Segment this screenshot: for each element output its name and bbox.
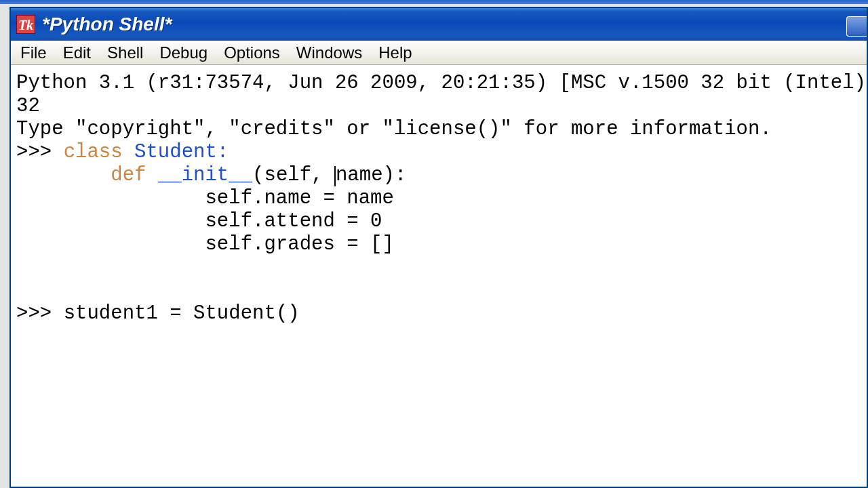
indent — [16, 164, 111, 186]
minimize-button[interactable] — [846, 16, 867, 37]
banner-line-3: Type "copyright", "credits" or "license(… — [16, 118, 772, 140]
menu-edit[interactable]: Edit — [55, 41, 99, 64]
class-name: Student: — [123, 141, 229, 163]
indent — [16, 233, 205, 256]
prompt-1: >>> — [16, 141, 64, 163]
app-icon: Tk — [16, 15, 35, 34]
body-line-3: self.grades = [] — [205, 233, 393, 256]
menu-debug[interactable]: Debug — [151, 41, 216, 64]
shell-text-area[interactable]: Python 3.1 (r31:73574, Jun 26 2009, 20:2… — [11, 65, 867, 487]
menu-file[interactable]: File — [12, 41, 55, 64]
idle-window: Tk *Python Shell* File Edit Shell Debug … — [9, 7, 868, 488]
menu-shell[interactable]: Shell — [99, 41, 151, 64]
menu-help[interactable]: Help — [370, 41, 420, 64]
sig-pre: (self, — [252, 164, 335, 186]
body-line-1: self.name = name — [205, 187, 393, 209]
statement-2: student1 = Student() — [64, 302, 300, 325]
indent — [16, 210, 205, 232]
body-line-2: self.attend = 0 — [205, 210, 382, 232]
titlebar[interactable]: Tk *Python Shell* — [11, 8, 867, 41]
keyword-def: def — [111, 164, 146, 186]
menu-options[interactable]: Options — [216, 41, 288, 64]
sig-post: name): — [336, 164, 406, 186]
menu-windows[interactable]: Windows — [288, 41, 370, 64]
banner-line-1: Python 3.1 (r31:73574, Jun 26 2009, 20:2… — [16, 72, 867, 94]
method-name: __init__ — [146, 164, 252, 186]
indent — [16, 187, 205, 209]
banner-line-2: 32 — [16, 95, 40, 117]
prompt-2: >>> — [16, 302, 64, 325]
keyword-class: class — [64, 141, 123, 163]
menubar: File Edit Shell Debug Options Windows He… — [11, 41, 867, 65]
window-title: *Python Shell* — [42, 14, 172, 35]
taskbar-edge — [0, 0, 868, 4]
